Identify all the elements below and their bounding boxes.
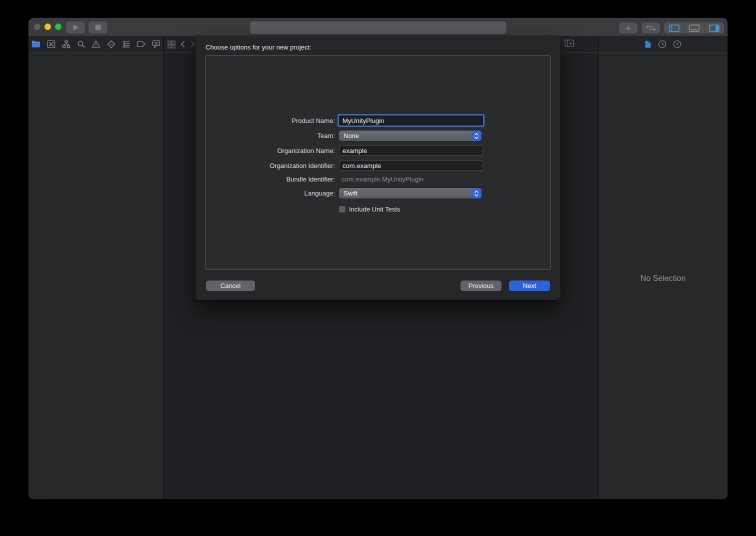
organization-name-input[interactable] <box>339 146 483 156</box>
minimize-button[interactable] <box>44 24 51 30</box>
language-label: Language: <box>206 190 335 197</box>
titlebar <box>28 18 728 36</box>
project-navigator-folder-icon <box>32 40 40 48</box>
organization-identifier-input[interactable] <box>339 160 483 170</box>
product-name-input[interactable] <box>339 116 483 126</box>
debug-navigator-icon <box>122 40 130 48</box>
panel-toggle-group <box>664 22 724 34</box>
source-control-icon <box>47 40 56 48</box>
navigator-toggle-icon <box>669 24 680 32</box>
team-label: Team: <box>206 132 335 140</box>
debug-area-toggle-icon <box>689 24 700 32</box>
project-navigator-tab[interactable] <box>32 40 40 48</box>
product-name-label: Product Name: <box>206 117 335 124</box>
debug-area-toggle-button[interactable] <box>684 22 704 34</box>
test-navigator-tab[interactable] <box>106 40 116 48</box>
sheet-title: Choose options for your new project: <box>206 44 312 51</box>
cancel-button[interactable]: Cancel <box>206 280 255 291</box>
back-chevron-icon[interactable] <box>180 40 186 48</box>
symbol-navigator-tab[interactable] <box>62 40 70 48</box>
run-button[interactable] <box>66 22 85 34</box>
previous-button[interactable]: Previous <box>460 280 502 291</box>
product-name-row: Product Name: <box>206 114 550 126</box>
inspector-bar: ? <box>598 36 728 52</box>
language-row: Language: Swift <box>206 188 550 198</box>
organization-name-label: Organization Name: <box>206 147 335 154</box>
include-unit-tests-label: Include Unit Tests <box>349 206 400 213</box>
include-unit-tests-row: Include Unit Tests <box>206 206 550 213</box>
breakpoint-navigator-tab[interactable] <box>136 40 146 48</box>
inspector-panel: ? No Selection <box>598 36 728 499</box>
add-editor-button[interactable] <box>564 40 574 49</box>
team-row: Team: None <box>206 130 550 141</box>
breakpoint-navigator-icon <box>136 41 146 48</box>
stop-button[interactable] <box>88 22 108 34</box>
team-popup-value: None <box>339 132 359 140</box>
popup-chevrons-icon <box>472 188 482 198</box>
activity-viewer <box>250 22 506 34</box>
zoom-button[interactable] <box>55 24 62 30</box>
organization-name-row: Organization Name: <box>206 146 550 156</box>
no-selection-label: No Selection <box>598 274 728 283</box>
run-icon <box>72 24 79 31</box>
history-inspector-icon[interactable] <box>658 40 666 48</box>
new-project-options-sheet: Choose options for your new project: Pro… <box>196 36 560 300</box>
debug-navigator-tab[interactable] <box>122 40 130 48</box>
team-popup[interactable]: None <box>339 130 482 141</box>
assistant-editor-button[interactable] <box>642 22 660 34</box>
issue-navigator-icon <box>92 40 100 48</box>
svg-text:?: ? <box>676 41 678 46</box>
test-navigator-icon <box>107 40 116 48</box>
bundle-identifier-row: Bundle Identifier: com.example.MyUnityPl… <box>206 175 550 184</box>
bundle-identifier-label: Bundle Identifier: <box>206 176 335 183</box>
language-popup-value: Swift <box>339 190 358 197</box>
options-box: Product Name: Team: None <box>206 56 550 270</box>
swap-arrows-icon <box>646 25 656 31</box>
quick-help-icon[interactable]: ? <box>673 40 682 48</box>
close-button[interactable] <box>34 24 40 30</box>
organization-identifier-row: Organization Identifier: <box>206 160 550 170</box>
include-unit-tests-checkbox[interactable] <box>339 206 346 212</box>
language-popup[interactable]: Swift <box>339 188 482 198</box>
organization-identifier-label: Organization Identifier: <box>206 162 335 170</box>
related-items-icon[interactable] <box>168 40 176 48</box>
stop-icon <box>95 24 101 30</box>
forward-chevron-icon[interactable] <box>190 40 196 48</box>
find-navigator-tab[interactable] <box>76 40 86 48</box>
library-add-button[interactable] <box>619 22 638 34</box>
source-control-navigator-tab[interactable] <box>46 40 56 48</box>
inspector-toggle-button[interactable] <box>704 22 724 34</box>
add-icon <box>625 25 632 32</box>
report-navigator-tab[interactable] <box>152 40 160 48</box>
search-icon <box>77 40 86 48</box>
report-navigator-icon <box>152 40 160 48</box>
inspector-toggle-icon <box>709 24 720 32</box>
bundle-identifier-value: com.example.MyUnityPlugin <box>339 176 483 183</box>
file-inspector-icon[interactable] <box>644 40 652 48</box>
next-button[interactable]: Next <box>509 280 550 291</box>
add-editor-icon <box>564 40 574 47</box>
navigator-panel <box>28 36 163 499</box>
issue-navigator-tab[interactable] <box>92 40 100 48</box>
popup-chevrons-icon <box>472 130 482 141</box>
navigator-bar <box>28 36 163 52</box>
xcode-window: ? No Selection Choose options for your n… <box>28 18 728 499</box>
symbol-navigator-icon <box>62 40 70 48</box>
navigator-toggle-button[interactable] <box>664 22 684 34</box>
